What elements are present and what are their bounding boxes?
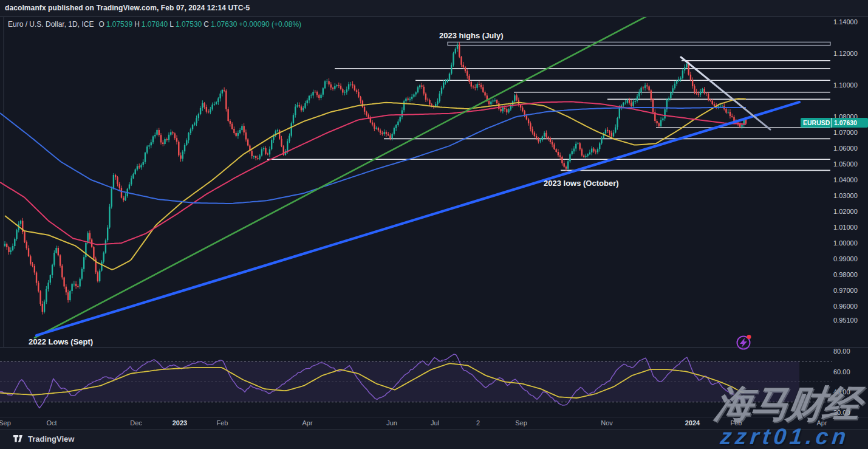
- price-scale-label: 1.02000: [833, 208, 858, 215]
- legend-token: 1.07530: [176, 20, 202, 29]
- time-scale-label: Sep: [0, 419, 11, 427]
- lightning-bolt-icon: [740, 338, 747, 348]
- annotation-label-1[interactable]: 2023 lows (October): [544, 179, 619, 188]
- time-scale-label: Feb: [217, 419, 228, 427]
- price-scale-label: 1.10000: [833, 81, 858, 89]
- rsi-scale-label: 60.00: [833, 368, 850, 375]
- price-scale-label: 1.06000: [833, 145, 858, 152]
- legend-token: +0.00090 (+0.08%): [239, 20, 301, 29]
- time-scale-label: Jun: [386, 419, 397, 427]
- price-scale-label: 1.04000: [833, 176, 858, 183]
- time-scale-label: Oct: [46, 419, 56, 427]
- price-scale-label: 1.03000: [833, 192, 858, 199]
- publish-header: dacolmanfx published on TradingView.com,…: [0, 0, 868, 17]
- price-scale-label: 1.12000: [833, 50, 858, 57]
- flash-icon-button[interactable]: [737, 335, 751, 349]
- time-scale-label: Dec: [130, 419, 142, 427]
- price-scale-label: 0.95100: [833, 317, 858, 324]
- legend-token: 1.07539: [106, 20, 132, 29]
- legend-token: 1.07840: [142, 20, 168, 29]
- price-scale-label: 1.00000: [833, 239, 858, 247]
- tradingview-brand-label[interactable]: TradingView: [28, 434, 74, 444]
- time-scale-label: Jul: [431, 419, 439, 427]
- publish-info-text: dacolmanfx published on TradingView.com,…: [5, 4, 250, 12]
- candle-bodies-up: [4, 45, 745, 312]
- time-scale-label: 2023: [173, 419, 187, 427]
- watermark-url: zzrt01.cn: [719, 425, 850, 448]
- price-scale-label: 1.01000: [833, 224, 858, 231]
- annotation-label-2[interactable]: 2022 Lows (Sept): [29, 337, 93, 346]
- watermark-cjk: 海马财经: [713, 385, 862, 423]
- price-scale-label: 0.96000: [833, 303, 858, 310]
- chart-canvas[interactable]: 1.140001.120001.100001.080001.070001.060…: [0, 0, 868, 449]
- price-scale-label: 0.98000: [833, 271, 858, 278]
- legend-token: C: [203, 20, 209, 29]
- price-scale-label: 1.14000: [833, 18, 858, 26]
- last-price-tag: EURUSD1.07630: [801, 118, 868, 128]
- price-scale-label: 1.05000: [833, 160, 858, 168]
- symbol-legend: Euro / U.S. Dollar, 1D, ICEO1.07539H1.07…: [8, 20, 303, 29]
- price-scale-label: 1.07000: [833, 129, 858, 136]
- tradingview-logo-icon[interactable]: [13, 435, 25, 444]
- legend-token: 1.07630: [211, 20, 237, 29]
- rsi-scale-label: 80.00: [833, 348, 850, 355]
- legend-token: L: [169, 20, 174, 29]
- last-price-symbol: EURUSD: [803, 119, 830, 126]
- annotation-label-0[interactable]: 2023 highs (July): [439, 31, 503, 40]
- time-scale[interactable]: SepOctDec2023FebAprJunJul2SepNov2024FebA…: [0, 419, 827, 427]
- time-scale-label: 2: [476, 419, 480, 427]
- legend-token: H: [134, 20, 140, 29]
- time-scale-label: Nov: [601, 419, 613, 427]
- price-pane[interactable]: [0, 10, 830, 417]
- notification-dot: [747, 335, 751, 339]
- time-scale-label: Apr: [302, 419, 312, 427]
- published-chart-page: dacolmanfx published on TradingView.com,…: [0, 0, 868, 449]
- candle-bodies-down: [6, 45, 747, 312]
- highs-zone-rect[interactable]: [448, 42, 830, 45]
- time-scale-label: 2024: [685, 419, 700, 427]
- price-scale[interactable]: 1.140001.120001.100001.080001.070001.060…: [833, 18, 858, 416]
- last-price-value: 1.07630: [834, 119, 857, 126]
- legend-token: Euro / U.S. Dollar, 1D, ICE: [8, 20, 94, 29]
- legend-token: O: [98, 20, 104, 29]
- price-scale-label: 0.97000: [833, 287, 858, 294]
- price-scale-label: 0.99000: [833, 255, 858, 262]
- time-scale-label: Sep: [515, 419, 527, 427]
